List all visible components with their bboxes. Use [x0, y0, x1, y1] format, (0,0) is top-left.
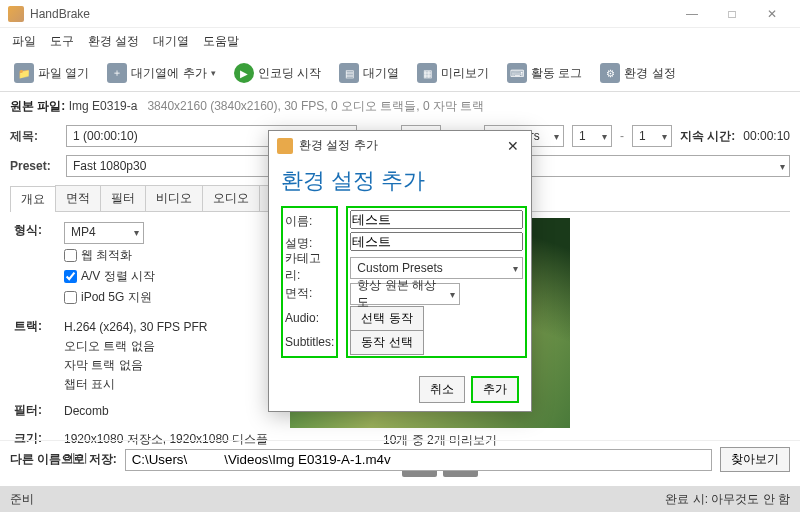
maximize-button[interactable]: □: [712, 0, 752, 28]
queue-button[interactable]: ▤대기열: [333, 59, 405, 87]
output-label: 다른 이름으로 저장:: [10, 451, 117, 468]
format-combo[interactable]: MP4: [64, 222, 144, 244]
ipod-checkbox[interactable]: [64, 291, 77, 304]
preview-icon: ▦: [417, 63, 437, 83]
open-button[interactable]: 📁파일 열기: [8, 59, 95, 87]
source-bar: 원본 파일: Img E0319-a 3840x2160 (3840x2160)…: [0, 92, 800, 121]
track-label: 트랙:: [14, 318, 64, 395]
queue-add-button[interactable]: ＋대기열에 추가▾: [101, 59, 221, 87]
log-button[interactable]: ⌨활동 로그: [501, 59, 588, 87]
add-preset-dialog: 환경 설정 추가 ✕ 환경 설정 추가 이름: 설명: 카테고리: 면적: Au…: [268, 130, 532, 412]
web-checkbox[interactable]: [64, 249, 77, 262]
status-right: 완료 시: 아무것도 안 함: [665, 491, 790, 508]
tab-filters[interactable]: 필터: [100, 185, 146, 211]
tab-dimensions[interactable]: 면적: [55, 185, 101, 211]
chevron-down-icon: ▾: [211, 68, 216, 78]
cancel-button[interactable]: 취소: [419, 376, 465, 403]
format-label: 형식:: [14, 222, 64, 310]
folder-icon: 📁: [14, 63, 34, 83]
queue-icon: ▤: [339, 63, 359, 83]
av-checkbox[interactable]: [64, 270, 77, 283]
subtitles-button[interactable]: 동작 선택: [350, 330, 423, 355]
menu-tools[interactable]: 도구: [44, 30, 80, 53]
category-label: 카테고리:: [285, 254, 334, 280]
title-label: 제목:: [10, 128, 58, 145]
filter-value: Decomb: [64, 402, 274, 421]
add-button[interactable]: 추가: [471, 376, 519, 403]
audio-label: Audio:: [285, 306, 334, 330]
dialog-close-button[interactable]: ✕: [503, 138, 523, 154]
log-icon: ⌨: [507, 63, 527, 83]
category-combo[interactable]: Custom Presets: [350, 257, 523, 279]
browse-button[interactable]: 찾아보기: [720, 447, 790, 472]
filter-label: 필터:: [14, 402, 64, 421]
range-end-combo[interactable]: 1: [632, 125, 672, 147]
dimensions-combo[interactable]: 항상 원본 해상도: [350, 283, 460, 305]
minimize-button[interactable]: —: [672, 0, 712, 28]
dialog-heading: 환경 설정 추가: [269, 160, 531, 206]
close-button[interactable]: ✕: [752, 0, 792, 28]
menu-help[interactable]: 도움말: [197, 30, 245, 53]
menubar: 파일 도구 환경 설정 대기열 도움말: [0, 28, 800, 55]
duration-label: 지속 시간:: [680, 128, 735, 145]
preview-button[interactable]: ▦미리보기: [411, 59, 495, 87]
source-label: 원본 파일:: [10, 99, 65, 113]
menu-queue[interactable]: 대기열: [147, 30, 195, 53]
tab-audio[interactable]: 오디오: [202, 185, 260, 211]
dialog-icon: [277, 138, 293, 154]
desc-input[interactable]: [350, 232, 523, 251]
tab-summary[interactable]: 개요: [10, 186, 56, 212]
window-title: HandBrake: [30, 7, 672, 21]
gear-icon: ⚙: [600, 63, 620, 83]
play-icon: ▶: [234, 63, 254, 83]
app-icon: [8, 6, 24, 22]
preset-label: Preset:: [10, 159, 58, 173]
name-label: 이름:: [285, 210, 334, 232]
range-start-combo[interactable]: 1: [572, 125, 612, 147]
subtitles-label: Subtitles:: [285, 330, 334, 354]
tab-video[interactable]: 비디오: [145, 185, 203, 211]
toolbar: 📁파일 열기 ＋대기열에 추가▾ ▶인코딩 시작 ▤대기열 ▦미리보기 ⌨활동 …: [0, 55, 800, 92]
prefs-button[interactable]: ⚙환경 설정: [594, 59, 681, 87]
start-button[interactable]: ▶인코딩 시작: [228, 59, 327, 87]
dialog-title: 환경 설정 추가: [299, 137, 503, 154]
menu-prefs[interactable]: 환경 설정: [82, 30, 145, 53]
menu-file[interactable]: 파일: [6, 30, 42, 53]
duration-value: 00:00:10: [743, 129, 790, 143]
add-queue-icon: ＋: [107, 63, 127, 83]
track-values: H.264 (x264), 30 FPS PFR 오디오 트랙 없음 자막 트랙…: [64, 318, 274, 395]
source-info: 3840x2160 (3840x2160), 30 FPS, 0 오디오 트랙들…: [147, 99, 484, 113]
name-input[interactable]: [350, 210, 523, 229]
status-left: 준비: [10, 491, 34, 508]
output-path-input[interactable]: [125, 449, 712, 471]
source-name: Img E0319-a: [69, 99, 138, 113]
